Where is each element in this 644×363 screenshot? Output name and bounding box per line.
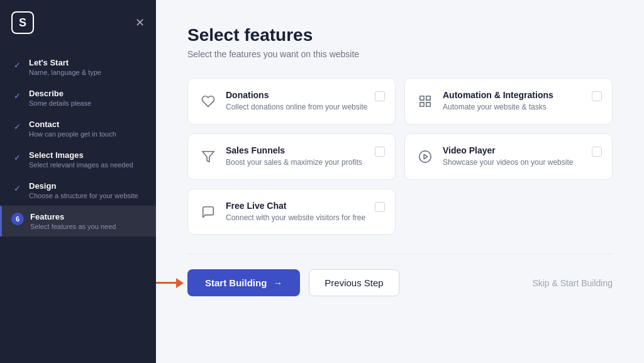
nav-check-icon: ✓ — [11, 152, 23, 163]
feature-card-video-player[interactable]: Video PlayerShowcase your videos on your… — [404, 133, 613, 180]
feature-text-donations: DonationsCollect donations online from y… — [226, 90, 370, 113]
arrow-right-icon: → — [273, 277, 282, 288]
nav-item-subtitle: Select features as you need — [30, 223, 116, 230]
start-building-label: Start Building — [205, 277, 267, 288]
action-row: Start Building → Previous Step Skip & St… — [187, 269, 613, 296]
sidebar-item-lets-start[interactable]: ✓Let's StartName, language & type — [0, 52, 156, 82]
skip-button[interactable]: Skip & Start Building — [532, 278, 613, 288]
nav-text-group: Select ImagesSelect relevant images as n… — [29, 150, 133, 169]
feature-desc-automation: Automate your website & tasks — [443, 102, 587, 113]
svg-rect-0 — [420, 96, 424, 100]
close-icon[interactable]: ✕ — [135, 16, 145, 30]
svg-point-5 — [419, 151, 431, 162]
chat-icon — [198, 202, 218, 222]
feature-desc-free-live-chat: Connect with your website visitors for f… — [226, 213, 370, 223]
feature-name-sales-funnels: Sales Funnels — [226, 145, 370, 155]
feature-checkbox-donations[interactable] — [375, 91, 385, 101]
feature-text-sales-funnels: Sales FunnelsBoost your sales & maximize… — [226, 145, 370, 168]
sidebar-item-describe[interactable]: ✓DescribeSome details please — [0, 82, 156, 113]
funnel-icon — [198, 147, 218, 167]
previous-step-label: Previous Step — [325, 277, 383, 288]
feature-text-automation: Automation & IntegrationsAutomate your w… — [443, 90, 587, 113]
feature-name-automation: Automation & Integrations — [443, 90, 587, 100]
svg-rect-1 — [426, 96, 430, 100]
feature-text-video-player: Video PlayerShowcase your videos on your… — [443, 145, 587, 168]
nav-check-icon: ✓ — [11, 182, 23, 194]
svg-marker-4 — [203, 152, 214, 162]
feature-desc-donations: Collect donations online from your websi… — [226, 102, 370, 113]
sidebar-item-design[interactable]: ✓DesignChoose a structure for your websi… — [0, 175, 156, 206]
skip-label: Skip & Start Building — [532, 278, 613, 288]
divider — [187, 254, 613, 254]
feature-checkbox-video-player[interactable] — [592, 147, 602, 157]
sidebar-item-contact[interactable]: ✓ContactHow can people get in touch — [0, 113, 156, 144]
feature-card-automation[interactable]: Automation & IntegrationsAutomate your w… — [404, 78, 613, 125]
feature-checkbox-automation[interactable] — [592, 91, 602, 101]
nav-text-group: ContactHow can people get in touch — [29, 120, 116, 138]
feature-card-sales-funnels[interactable]: Sales FunnelsBoost your sales & maximize… — [187, 133, 396, 180]
feature-text-free-live-chat: Free Live ChatConnect with your website … — [226, 201, 370, 223]
nav-item-title: Describe — [29, 89, 91, 98]
nav-item-subtitle: How can people get in touch — [29, 130, 116, 138]
sidebar-header: S ✕ — [0, 0, 156, 45]
nav-item-title: Features — [30, 212, 116, 221]
feature-desc-sales-funnels: Boost your sales & maximize your profits — [226, 157, 370, 168]
nav-item-subtitle: Choose a structure for your website — [29, 192, 138, 199]
nav-item-title: Select Images — [29, 150, 133, 160]
sidebar: S ✕ ✓Let's StartName, language & type✓De… — [0, 0, 156, 363]
play-icon — [415, 147, 435, 167]
nav-item-title: Design — [29, 181, 138, 191]
arrow-head — [176, 278, 184, 288]
nav-text-group: FeaturesSelect features as you need — [30, 212, 116, 230]
nav-item-title: Contact — [29, 120, 116, 129]
features-grid: DonationsCollect donations online from y… — [187, 78, 613, 235]
page-title: Select features — [187, 25, 613, 45]
svg-rect-3 — [420, 103, 424, 106]
feature-name-free-live-chat: Free Live Chat — [226, 201, 370, 211]
start-building-button[interactable]: Start Building → — [187, 269, 300, 296]
nav-item-subtitle: Some details please — [29, 99, 91, 107]
nav-check-icon: ✓ — [11, 121, 23, 132]
nav-check-icon: ✓ — [11, 90, 23, 101]
app-logo: S — [11, 11, 34, 34]
heart-icon — [198, 91, 218, 111]
nav-text-group: DesignChoose a structure for your websit… — [29, 181, 138, 199]
feature-desc-video-player: Showcase your videos on your website — [443, 157, 587, 168]
previous-step-button[interactable]: Previous Step — [309, 269, 399, 296]
feature-card-free-live-chat[interactable]: Free Live ChatConnect with your website … — [187, 189, 396, 235]
svg-rect-2 — [426, 103, 430, 106]
sidebar-nav: ✓Let's StartName, language & type✓Descri… — [0, 45, 156, 363]
nav-text-group: DescribeSome details please — [29, 89, 91, 107]
grid-icon — [415, 91, 435, 111]
arrow-shaft — [156, 282, 176, 284]
page-subtitle: Select the features you want on this web… — [187, 49, 613, 59]
nav-check-icon: ✓ — [11, 59, 23, 70]
feature-name-video-player: Video Player — [443, 145, 587, 155]
active-bar — [0, 206, 2, 237]
feature-checkbox-free-live-chat[interactable] — [375, 202, 385, 212]
nav-text-group: Let's StartName, language & type — [29, 58, 101, 76]
svg-marker-6 — [424, 154, 428, 159]
feature-card-donations[interactable]: DonationsCollect donations online from y… — [187, 78, 396, 125]
sidebar-item-select-images[interactable]: ✓Select ImagesSelect relevant images as … — [0, 144, 156, 175]
feature-checkbox-sales-funnels[interactable] — [375, 147, 385, 157]
nav-item-title: Let's Start — [29, 58, 101, 67]
nav-number: 6 — [11, 213, 24, 225]
sidebar-item-features[interactable]: 6FeaturesSelect features as you need — [0, 206, 156, 237]
main-content: Select features Select the features you … — [156, 0, 644, 363]
nav-item-subtitle: Select relevant images as needed — [29, 161, 133, 169]
nav-item-subtitle: Name, language & type — [29, 69, 101, 76]
feature-name-donations: Donations — [226, 90, 370, 100]
arrow-indicator — [156, 278, 184, 288]
